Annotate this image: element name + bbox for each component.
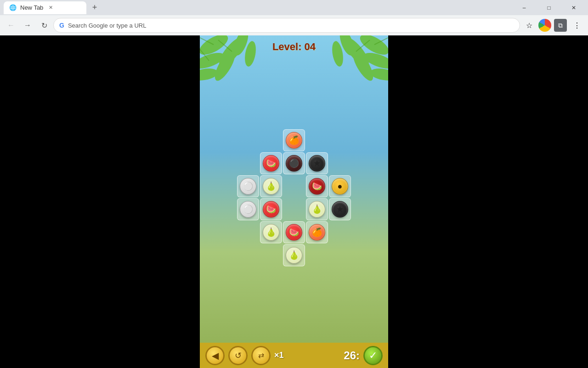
fruit-plum-yellow: ● <box>332 178 348 195</box>
bookmark-button[interactable]: ☆ <box>522 18 537 33</box>
back-move-button[interactable]: ◀ <box>205 346 225 365</box>
close-button[interactable]: ✕ <box>563 0 584 15</box>
fruit-watermelon: 🍉 <box>263 155 279 172</box>
fruit-orange: 🍊 <box>309 224 325 241</box>
level-display: Level: 04 <box>200 35 388 53</box>
fruit-silver: ⚪ <box>240 201 256 218</box>
fruit-pear: 🍐 <box>263 178 279 195</box>
black-left <box>0 35 200 368</box>
tab-favicon: 🌐 <box>9 4 17 11</box>
moves-count: 26: <box>344 349 360 362</box>
cell-c6[interactable]: 🍉 <box>306 175 328 197</box>
fruit-pear-white: 🍐 <box>286 247 302 264</box>
browser-content: Level: 04 🍊🍉⚫★⚪🍐🍉●⚪🍉🍐★🍐🍉🍊🍐 ◀ ↺ ⇄ ×1 26: … <box>0 35 588 368</box>
tab-title: New Tab <box>20 4 43 11</box>
cell-c0[interactable]: 🍊 <box>283 129 305 151</box>
fruit-star-black: ★ <box>332 201 348 218</box>
tab-close-button[interactable]: ✕ <box>47 4 54 12</box>
fruit-pear-white: 🍐 <box>309 201 325 218</box>
active-tab[interactable]: 🌐 New Tab ✕ <box>4 1 86 14</box>
chrome-icon <box>538 19 551 32</box>
fruit-pear-white: 🍐 <box>263 224 279 241</box>
cell-c15[interactable]: 🍐 <box>283 244 305 266</box>
fruit-plum: ⚫ <box>286 155 302 172</box>
fruit-watermelon: 🍉 <box>286 224 302 241</box>
forward-button[interactable]: → <box>20 18 35 33</box>
fruit-dark-watermelon: 🍉 <box>309 178 325 195</box>
back-button[interactable]: ← <box>4 18 18 33</box>
fruit-silver: ⚪ <box>240 178 256 195</box>
black-right <box>388 35 588 368</box>
window-controls: – □ ✕ <box>514 0 584 15</box>
extensions-icon: ⧉ <box>554 19 567 32</box>
game-toolbar: ◀ ↺ ⇄ ×1 26: ✓ <box>200 343 388 368</box>
cell-c9[interactable]: 🍉 <box>260 198 282 220</box>
cell-c1[interactable]: 🍉 <box>260 152 282 174</box>
cell-c8[interactable]: ⚪ <box>237 198 259 220</box>
extensions-button[interactable]: ⧉ <box>553 18 568 33</box>
cell-c10[interactable]: 🍐 <box>306 198 328 220</box>
new-tab-button[interactable]: + <box>88 1 101 14</box>
reload-button[interactable]: ↻ <box>37 18 51 33</box>
cell-c5[interactable]: 🍐 <box>260 175 282 197</box>
browser-frame: 🌐 New Tab ✕ + – □ ✕ ← → ↻ G Search Googl… <box>0 0 588 368</box>
cell-c13[interactable]: 🍉 <box>283 221 305 243</box>
address-text: Search Google or type a URL <box>68 22 514 29</box>
google-logo: G <box>59 22 64 29</box>
minimize-button[interactable]: – <box>514 0 535 15</box>
game-area: Level: 04 🍊🍉⚫★⚪🍐🍉●⚪🍉🍐★🍐🍉🍊🍐 ◀ ↺ ⇄ ×1 26: … <box>200 35 388 368</box>
cell-c7[interactable]: ● <box>329 175 351 197</box>
cell-c11[interactable]: ★ <box>329 198 351 220</box>
cell-c4[interactable]: ⚪ <box>237 175 259 197</box>
game-grid-container: 🍊🍉⚫★⚪🍐🍉●⚪🍉🍐★🍐🍉🍊🍐 <box>200 53 388 343</box>
cell-c3[interactable]: ★ <box>306 152 328 174</box>
maximize-button[interactable]: □ <box>538 0 560 15</box>
fruit-watermelon: 🍉 <box>263 201 279 218</box>
cell-c12[interactable]: 🍐 <box>260 221 282 243</box>
menu-button[interactable]: ⋮ <box>570 18 584 33</box>
game-grid: 🍊🍉⚫★⚪🍐🍉●⚪🍉🍐★🍐🍉🍊🍐 <box>237 129 351 266</box>
fruit-orange: 🍊 <box>286 132 302 149</box>
multiplier-label: ×1 <box>274 351 284 360</box>
swap-button[interactable]: ⇄ <box>251 346 271 365</box>
cell-c14[interactable]: 🍊 <box>306 221 328 243</box>
nav-icons: ☆ ⧉ ⋮ <box>522 18 584 33</box>
title-bar: 🌐 New Tab ✕ + – □ ✕ <box>0 0 588 15</box>
fruit-star: ★ <box>309 155 325 172</box>
hint-button[interactable]: ✓ <box>363 346 383 365</box>
address-bar[interactable]: G Search Google or type a URL <box>53 18 520 33</box>
nav-bar: ← → ↻ G Search Google or type a URL ☆ ⧉ … <box>0 15 588 35</box>
cell-c2[interactable]: ⚫ <box>283 152 305 174</box>
refresh-button[interactable]: ↺ <box>228 346 248 365</box>
